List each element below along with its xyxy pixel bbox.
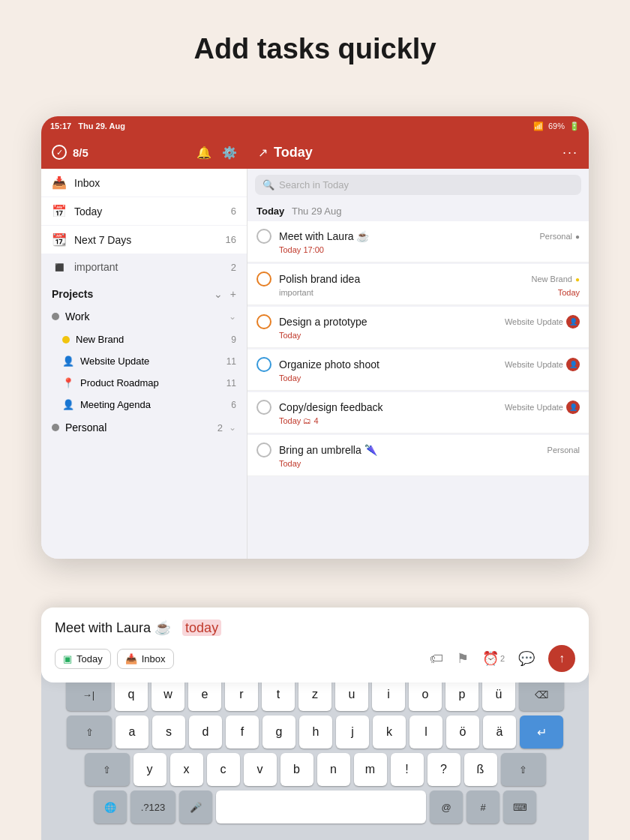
key-m[interactable]: m: [354, 753, 387, 786]
input-text: Meet with Laura ☕ today: [55, 620, 575, 636]
key-shift-right[interactable]: ⇧: [501, 753, 546, 786]
meetingagenda-count: 6: [231, 400, 236, 410]
sidebar-subproject-meetingagenda[interactable]: 👤 Meeting Agenda 6: [41, 394, 247, 416]
key-p[interactable]: p: [446, 678, 478, 711]
key-return[interactable]: ↵: [520, 716, 563, 748]
task-item[interactable]: Polish brand idea New Brand ● important …: [248, 264, 589, 305]
task-right: Personal ●: [540, 232, 580, 241]
task-item[interactable]: Copy/design feedback Website Update 👤 To…: [248, 392, 589, 434]
key-i[interactable]: i: [372, 678, 405, 711]
task-title: Bring an umbrella 🌂: [279, 444, 540, 456]
chevron-down-icon[interactable]: ⌄: [214, 288, 223, 300]
key-z[interactable]: z: [298, 678, 332, 711]
important-count: 2: [231, 262, 236, 273]
personal-dot: [52, 424, 59, 431]
key-excl[interactable]: !: [391, 753, 424, 786]
key-y[interactable]: y: [134, 753, 166, 786]
task-bottom: Today: [256, 459, 580, 468]
key-h[interactable]: h: [299, 716, 332, 748]
inbox-pill[interactable]: 📥 Inbox: [117, 649, 174, 669]
sidebar-subproject-websiteupdate[interactable]: 👤 Website Update 11: [41, 350, 247, 372]
key-mic[interactable]: 🎤: [179, 790, 212, 824]
key-e[interactable]: e: [188, 678, 221, 711]
key-globe[interactable]: 🌐: [94, 790, 127, 824]
gear-icon[interactable]: ⚙️: [222, 146, 237, 160]
key-g[interactable]: g: [262, 716, 296, 748]
key-x[interactable]: x: [170, 753, 203, 786]
inbox-pill-icon: 📥: [125, 653, 137, 664]
bell-icon[interactable]: 🔔: [196, 146, 212, 160]
sidebar-item-today[interactable]: 📅 Today 6: [41, 197, 247, 225]
key-num[interactable]: .?123: [130, 790, 176, 824]
key-oe[interactable]: ö: [446, 716, 479, 748]
task-item[interactable]: Bring an umbrella 🌂 Personal Today: [248, 435, 589, 476]
key-hash[interactable]: #: [466, 790, 500, 824]
key-n[interactable]: n: [317, 753, 350, 786]
key-at[interactable]: @: [430, 790, 463, 824]
task-item[interactable]: Meet with Laura ☕ Personal ● Today 17:00: [248, 221, 589, 262]
task-row: Design a prototype Website Update 👤: [256, 314, 580, 329]
tag-icon[interactable]: 🏷: [430, 651, 443, 667]
key-ae[interactable]: ä: [483, 716, 516, 748]
comment-icon[interactable]: 💬: [518, 650, 535, 667]
task-avatar: 👤: [566, 358, 580, 371]
today-pill[interactable]: ▣ Today: [55, 649, 111, 669]
key-w[interactable]: w: [152, 678, 184, 711]
key-q[interactable]: q: [115, 678, 148, 711]
task-item[interactable]: Design a prototype Website Update 👤 Toda…: [248, 307, 589, 348]
keyboard-row-4: 🌐 .?123 🎤 @ # ⌨: [44, 790, 586, 824]
key-s[interactable]: s: [152, 716, 185, 748]
next7-icon: 📆: [52, 232, 67, 247]
input-pills: ▣ Today 📥 Inbox 🏷 ⚑ ⏰ 2 💬 ↑: [55, 645, 575, 672]
keyboard-row-3: ⇧ y x c v b n m ! ? ß ⇧: [44, 753, 586, 786]
key-space[interactable]: [216, 790, 426, 824]
key-ss[interactable]: ß: [464, 753, 497, 786]
task-circle: [256, 400, 272, 415]
key-keyboard[interactable]: ⌨: [503, 790, 536, 824]
checkmark-icon: ✓: [56, 148, 63, 158]
keyboard: →| q w e r t z u i o p ü ⌫ ⇧ a s d f g h…: [41, 672, 589, 840]
task-item[interactable]: Organize photo shoot Website Update 👤 To…: [248, 350, 589, 391]
add-project-icon[interactable]: +: [230, 288, 236, 300]
key-ue[interactable]: ü: [482, 678, 515, 711]
key-k[interactable]: k: [373, 716, 406, 748]
sidebar-project-personal[interactable]: Personal 2 ⌄: [41, 416, 247, 440]
key-c[interactable]: c: [207, 753, 240, 786]
sidebar-item-next7days[interactable]: 📆 Next 7 Days 16: [41, 226, 247, 254]
flag-icon[interactable]: ⚑: [457, 650, 469, 667]
task-date: Today 🗂 4: [279, 416, 319, 425]
task-project-label: Website Update: [505, 317, 563, 326]
sidebar-project-work[interactable]: Work ⌄: [41, 304, 247, 328]
key-o[interactable]: o: [409, 678, 442, 711]
key-t[interactable]: t: [262, 678, 295, 711]
send-button[interactable]: ↑: [548, 645, 575, 672]
key-r[interactable]: r: [225, 678, 258, 711]
key-u[interactable]: u: [335, 678, 368, 711]
key-backspace[interactable]: ⌫: [519, 678, 564, 711]
sidebar-subproject-productroadmap[interactable]: 📍 Product Roadmap 11: [41, 372, 247, 394]
key-v[interactable]: v: [244, 753, 277, 786]
sidebar-item-important[interactable]: ⬛ important 2: [41, 254, 247, 280]
alarm-count: 2: [500, 654, 505, 663]
alarm-with-count[interactable]: ⏰ 2: [482, 650, 505, 667]
key-l[interactable]: l: [410, 716, 442, 748]
key-j[interactable]: j: [336, 716, 369, 748]
key-f[interactable]: f: [226, 716, 259, 748]
key-question[interactable]: ?: [428, 753, 460, 786]
task-avatar: 👤: [566, 315, 580, 328]
main-header: ↗ Today ···: [248, 136, 589, 169]
key-shift-left2[interactable]: ⇧: [85, 753, 130, 786]
battery-text: 69%: [548, 122, 565, 130]
search-bar[interactable]: 🔍 Search in Today: [255, 175, 581, 195]
score-text: 8/5: [73, 146, 88, 159]
key-shift-left[interactable]: ⇧: [67, 716, 112, 748]
sidebar-subproject-newbrand[interactable]: New Brand 9: [41, 328, 247, 350]
sidebar-item-inbox[interactable]: 📥 Inbox: [41, 169, 247, 196]
today-count: 6: [231, 206, 236, 217]
key-tab[interactable]: →|: [66, 678, 111, 711]
key-a[interactable]: a: [116, 716, 148, 748]
key-b[interactable]: b: [280, 753, 314, 786]
websiteupdate-label: Website Update: [80, 356, 220, 367]
more-icon[interactable]: ···: [562, 145, 578, 160]
key-d[interactable]: d: [189, 716, 222, 748]
